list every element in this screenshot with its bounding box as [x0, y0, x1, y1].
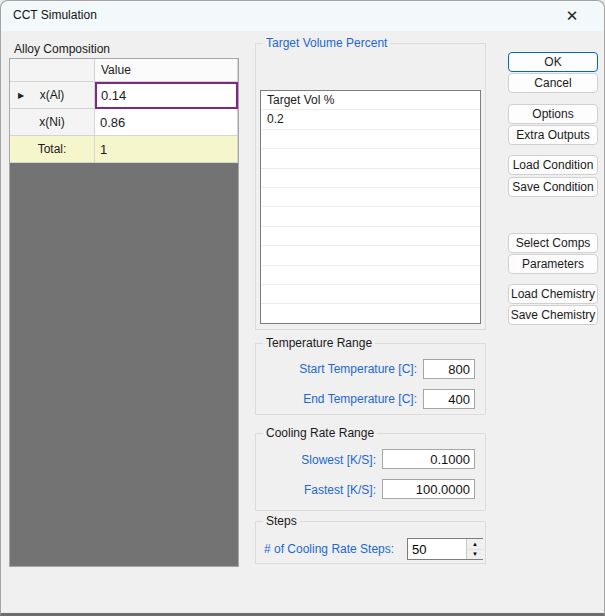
target-volume-label: Target Volume Percent — [263, 36, 390, 50]
window-title: CCT Simulation — [13, 8, 97, 22]
grid-corner-cell[interactable] — [10, 59, 95, 82]
cooling-rate-steps-spinner: ▲ ▼ — [407, 538, 483, 560]
list-item-empty — [261, 227, 480, 246]
cell-xal-value[interactable]: 0.14 — [95, 82, 238, 109]
close-icon[interactable]: ✕ — [556, 4, 588, 28]
list-item-empty — [261, 266, 480, 285]
grid-header-row: Value — [10, 59, 238, 82]
table-row: ▶ x(Al) 0.14 — [10, 82, 238, 109]
cooling-rate-label: Cooling Rate Range — [263, 426, 377, 440]
row-header-total: Total: — [10, 136, 95, 163]
cancel-button[interactable]: Cancel — [508, 73, 598, 93]
load-chemistry-button[interactable]: Load Chemistry — [508, 284, 598, 304]
save-condition-button[interactable]: Save Condition — [508, 177, 598, 197]
select-comps-button[interactable]: Select Comps — [508, 233, 598, 253]
table-row-total: Total: 1 — [10, 136, 238, 163]
start-temperature-input[interactable] — [423, 359, 475, 379]
list-item-empty — [261, 188, 480, 207]
ok-button[interactable]: OK — [508, 52, 598, 72]
list-item-empty — [261, 130, 480, 149]
list-header: Target Vol % — [261, 91, 480, 110]
slowest-label: Slowest [K/S]: — [301, 453, 376, 467]
cell-total-value: 1 — [95, 136, 238, 163]
total-label: Total: — [38, 142, 67, 156]
extra-outputs-button[interactable]: Extra Outputs — [508, 125, 598, 145]
titlebar[interactable]: CCT Simulation ✕ — [1, 1, 604, 31]
alloy-composition-grid[interactable]: Value ▶ x(Al) 0.14 x(Ni) 0.86 Total: 1 — [9, 58, 239, 567]
row-label: x(Ni) — [39, 115, 64, 129]
slowest-input[interactable] — [382, 449, 475, 469]
load-condition-button[interactable]: Load Condition — [508, 155, 598, 175]
end-temperature-input[interactable] — [423, 389, 475, 409]
target-volume-groupbox: Target Volume Percent Target Vol % 0.2 — [255, 43, 486, 330]
current-row-arrow-icon: ▶ — [18, 91, 24, 100]
temperature-range-groupbox: Temperature Range Start Temperature [C]:… — [255, 343, 486, 415]
list-item[interactable]: 0.2 — [261, 110, 480, 129]
parameters-button[interactable]: Parameters — [508, 254, 598, 274]
list-item-empty — [261, 207, 480, 226]
cct-simulation-dialog: CCT Simulation ✕ Alloy Composition Value… — [0, 0, 605, 616]
row-header-xal[interactable]: ▶ x(Al) — [10, 82, 95, 109]
end-temperature-label: End Temperature [C]: — [303, 392, 417, 406]
start-temperature-label: Start Temperature [C]: — [299, 362, 417, 376]
cell-xni-value[interactable]: 0.86 — [95, 109, 238, 136]
fastest-label: Fastest [K/S]: — [304, 483, 376, 497]
target-vol-list[interactable]: Target Vol % 0.2 — [260, 90, 481, 324]
options-button[interactable]: Options — [508, 104, 598, 124]
alloy-composition-label: Alloy Composition — [14, 42, 110, 56]
list-item-empty — [261, 149, 480, 168]
steps-label: Steps — [263, 514, 300, 528]
save-chemistry-button[interactable]: Save Chemistry — [508, 305, 598, 325]
spinner-up-icon[interactable]: ▲ — [467, 539, 483, 549]
row-label: x(Al) — [40, 88, 65, 102]
cooling-rate-steps-label: # of Cooling Rate Steps: — [264, 542, 394, 556]
spinner-buttons: ▲ ▼ — [466, 539, 482, 559]
list-item-empty — [261, 304, 480, 323]
alloy-grid-table: Value ▶ x(Al) 0.14 x(Ni) 0.86 Total: 1 — [10, 59, 238, 163]
fastest-input[interactable] — [382, 479, 475, 499]
grid-value-column-header[interactable]: Value — [95, 59, 238, 82]
row-header-xni[interactable]: x(Ni) — [10, 109, 95, 136]
steps-groupbox: Steps # of Cooling Rate Steps: ▲ ▼ — [255, 521, 486, 564]
list-item-empty — [261, 169, 480, 188]
cooling-rate-steps-input[interactable] — [408, 539, 466, 559]
cooling-rate-groupbox: Cooling Rate Range Slowest [K/S]: Fastes… — [255, 433, 486, 511]
table-row: x(Ni) 0.86 — [10, 109, 238, 136]
temperature-range-label: Temperature Range — [263, 336, 375, 350]
list-item-empty — [261, 285, 480, 304]
spinner-down-icon[interactable]: ▼ — [467, 549, 483, 559]
list-item-empty — [261, 246, 480, 265]
